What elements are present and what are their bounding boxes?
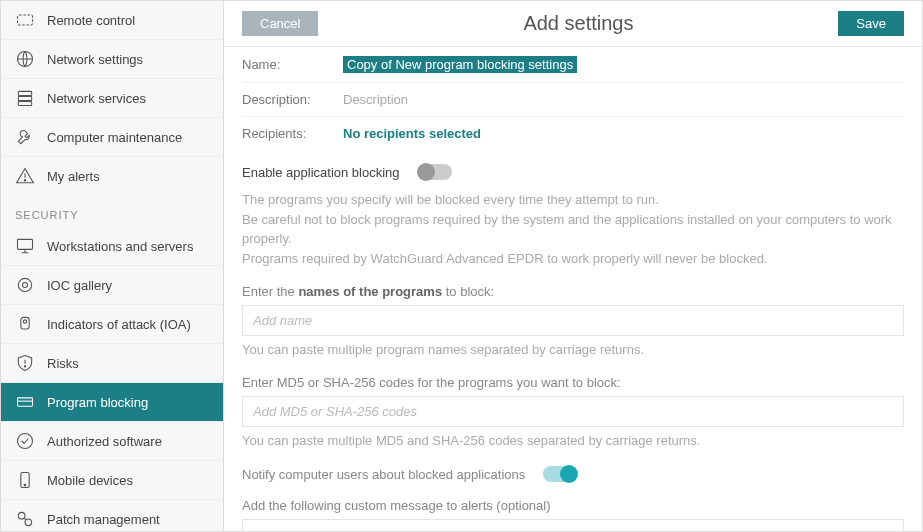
svg-point-9 bbox=[23, 283, 28, 288]
enable-toggle[interactable] bbox=[418, 164, 452, 180]
name-label: Name: bbox=[242, 57, 327, 72]
notify-toggle[interactable] bbox=[543, 466, 577, 482]
header-bar: Cancel Add settings Save bbox=[224, 1, 922, 47]
sidebar-item-network-settings[interactable]: Network settings bbox=[1, 40, 223, 79]
notify-row: Notify computer users about blocked appl… bbox=[242, 466, 904, 482]
svg-point-16 bbox=[18, 434, 33, 449]
recipients-row: Recipients: No recipients selected bbox=[242, 117, 904, 150]
sidebar-item-ioa[interactable]: Indicators of attack (IOA) bbox=[1, 305, 223, 344]
cancel-button[interactable]: Cancel bbox=[242, 11, 318, 36]
svg-point-20 bbox=[25, 519, 32, 526]
attack-icon bbox=[15, 314, 35, 334]
wrench-icon bbox=[15, 127, 35, 147]
svg-point-19 bbox=[18, 512, 25, 519]
eye-target-icon bbox=[15, 275, 35, 295]
svg-rect-7 bbox=[18, 239, 33, 249]
name-value[interactable]: Copy of New program blocking settings bbox=[343, 56, 577, 73]
svg-rect-2 bbox=[18, 91, 31, 95]
names-hint: You can paste multiple program names sep… bbox=[242, 342, 904, 357]
info-line3: Programs required by WatchGuard Advanced… bbox=[242, 249, 904, 269]
check-circle-icon bbox=[15, 431, 35, 451]
description-row: Description: Description bbox=[242, 83, 904, 117]
svg-rect-4 bbox=[18, 101, 31, 105]
custom-msg-label: Add the following custom message to aler… bbox=[242, 498, 904, 513]
mobile-icon bbox=[15, 470, 35, 490]
hash-label: Enter MD5 or SHA-256 codes for the progr… bbox=[242, 375, 904, 390]
enable-label: Enable application blocking bbox=[242, 165, 400, 180]
sidebar-item-mobile-devices[interactable]: Mobile devices bbox=[1, 461, 223, 500]
svg-rect-0 bbox=[18, 15, 33, 25]
sidebar-item-label: Authorized software bbox=[47, 434, 162, 449]
sidebar-item-label: Network services bbox=[47, 91, 146, 106]
names-label: Enter the names of the programs to block… bbox=[242, 284, 904, 299]
sidebar-item-label: Program blocking bbox=[47, 395, 148, 410]
remote-control-icon bbox=[15, 10, 35, 30]
names-input[interactable] bbox=[242, 305, 904, 336]
patch-icon bbox=[15, 509, 35, 529]
info-line2: Be careful not to block programs require… bbox=[242, 210, 904, 249]
sidebar-item-label: Remote control bbox=[47, 13, 135, 28]
alert-icon bbox=[15, 166, 35, 186]
sidebar-item-label: Workstations and servers bbox=[47, 239, 193, 254]
svg-rect-14 bbox=[18, 398, 33, 406]
server-icon bbox=[15, 88, 35, 108]
svg-point-6 bbox=[24, 180, 25, 181]
sidebar-section-security: SECURITY bbox=[1, 195, 223, 227]
sidebar-item-label: Risks bbox=[47, 356, 79, 371]
sidebar-item-label: Mobile devices bbox=[47, 473, 133, 488]
sidebar-item-network-services[interactable]: Network services bbox=[1, 79, 223, 118]
description-label: Description: bbox=[242, 92, 327, 107]
description-placeholder[interactable]: Description bbox=[343, 92, 408, 107]
notify-label: Notify computer users about blocked appl… bbox=[242, 467, 525, 482]
sidebar-item-my-alerts[interactable]: My alerts bbox=[1, 157, 223, 195]
name-row: Name: Copy of New program blocking setti… bbox=[242, 47, 904, 83]
recipients-label: Recipients: bbox=[242, 126, 327, 141]
shield-alert-icon bbox=[15, 353, 35, 373]
content-area: Name: Copy of New program blocking setti… bbox=[224, 47, 922, 531]
svg-point-13 bbox=[24, 366, 25, 367]
sidebar-item-remote-control[interactable]: Remote control bbox=[1, 1, 223, 40]
svg-point-18 bbox=[24, 484, 26, 486]
sidebar-item-label: Patch management bbox=[47, 512, 160, 527]
page-title: Add settings bbox=[318, 12, 838, 35]
sidebar-item-label: IOC gallery bbox=[47, 278, 112, 293]
info-line1: The programs you specify will be blocked… bbox=[242, 190, 904, 210]
sidebar-item-label: Indicators of attack (IOA) bbox=[47, 317, 191, 332]
globe-icon bbox=[15, 49, 35, 69]
hash-input[interactable] bbox=[242, 396, 904, 427]
sidebar-item-label: My alerts bbox=[47, 169, 100, 184]
save-button[interactable]: Save bbox=[838, 11, 904, 36]
enable-row: Enable application blocking bbox=[242, 164, 904, 180]
sidebar: Remote control Network settings Network … bbox=[1, 1, 224, 531]
sidebar-item-computer-maintenance[interactable]: Computer maintenance bbox=[1, 118, 223, 157]
custom-msg-input[interactable] bbox=[242, 519, 904, 531]
svg-rect-3 bbox=[18, 96, 31, 100]
sidebar-item-label: Network settings bbox=[47, 52, 143, 67]
hash-hint: You can paste multiple MD5 and SHA-256 c… bbox=[242, 433, 904, 448]
block-icon bbox=[15, 392, 35, 412]
sidebar-item-risks[interactable]: Risks bbox=[1, 344, 223, 383]
info-text: The programs you specify will be blocked… bbox=[242, 190, 904, 268]
sidebar-item-patch-management[interactable]: Patch management bbox=[1, 500, 223, 531]
sidebar-item-ioc-gallery[interactable]: IOC gallery bbox=[1, 266, 223, 305]
sidebar-item-authorized-software[interactable]: Authorized software bbox=[1, 422, 223, 461]
sidebar-item-workstations[interactable]: Workstations and servers bbox=[1, 227, 223, 266]
recipients-link[interactable]: No recipients selected bbox=[343, 126, 481, 141]
sidebar-item-label: Computer maintenance bbox=[47, 130, 182, 145]
sidebar-item-program-blocking[interactable]: Program blocking bbox=[1, 383, 223, 422]
main-panel: Cancel Add settings Save Name: Copy of N… bbox=[224, 1, 922, 531]
svg-point-11 bbox=[23, 320, 26, 323]
monitor-icon bbox=[15, 236, 35, 256]
svg-point-8 bbox=[18, 278, 31, 291]
